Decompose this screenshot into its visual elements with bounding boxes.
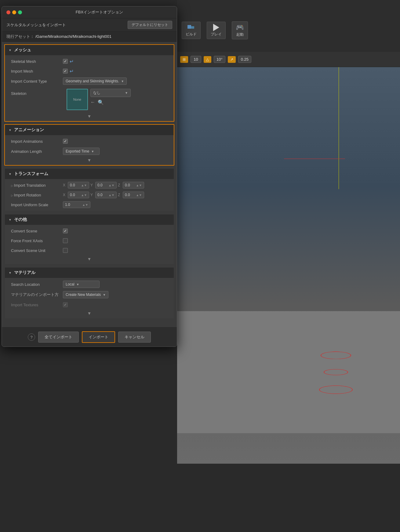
scale-icon-btn[interactable]: ↗ <box>228 56 236 63</box>
import-textures-checkbox[interactable] <box>63 302 68 307</box>
other-collapse-row[interactable]: ▼ <box>5 255 174 263</box>
material-import-label: マテリアルのインポート方 <box>11 292 63 297</box>
import-mesh-checkbox[interactable] <box>63 69 68 74</box>
start-button[interactable]: 🎮 起動 <box>232 21 248 39</box>
viewport-line-vertical <box>339 67 339 189</box>
mesh-section-title: メッシュ <box>14 47 31 53</box>
minimize-button[interactable] <box>12 10 16 14</box>
import-mesh-value: ↵ <box>63 68 170 74</box>
material-section-body: Search Location Local ▼ マテリアルのインポート方 Cre… <box>5 278 174 318</box>
other-arrow-icon: ▼ <box>9 218 12 221</box>
translation-y-input[interactable]: 0.0 ▲▼ <box>95 182 117 189</box>
force-front-xaxis-checkbox[interactable] <box>63 238 68 243</box>
reset-button[interactable]: デフォルトにリセット <box>128 21 172 29</box>
mesh-collapse-arrow: ▼ <box>87 114 92 119</box>
animation-section-body: Import Animations Animation Length Expor… <box>5 135 174 165</box>
skeletal-mesh-checkbox[interactable] <box>63 59 68 64</box>
import-button[interactable]: インポート <box>82 331 115 343</box>
skeleton-dropdown[interactable]: なし ▼ <box>90 89 131 97</box>
import-rotation-row: Import Rotation X 0.0 ▲▼ Y 0.0 ▲▼ <box>5 190 174 200</box>
transform-section: ▼ トランスフォーム Import Translation X 0.0 ▲▼ <box>4 168 174 211</box>
import-textures-label: Import Textures <box>11 303 63 307</box>
other-collapse-arrow: ▼ <box>87 257 92 261</box>
force-front-xaxis-label: Force Front XAxis <box>11 239 63 243</box>
other-section-body: Convert Scene Force Front XAxis Convert … <box>5 225 174 264</box>
grid-icon-btn[interactable]: ⊞ <box>180 56 188 63</box>
dialog-content[interactable]: ▼ メッシュ Skeletal Mesh ↵ Import Mesh <box>2 42 177 327</box>
convert-scene-unit-value <box>63 248 170 253</box>
translation-x-input[interactable]: 0.0 ▲▼ <box>68 182 89 189</box>
translation-xyz: X 0.0 ▲▼ Y 0.0 ▲▼ Z <box>63 182 144 189</box>
animation-length-dropdown[interactable]: Exported Time ▼ <box>63 148 100 155</box>
skeleton-thumbnail: None <box>67 89 88 110</box>
force-front-xaxis-value <box>63 238 170 243</box>
rotation-y-input[interactable]: 0.0 ▲▼ <box>95 192 117 198</box>
mesh-section-header[interactable]: ▼ メッシュ <box>5 45 174 55</box>
import-textures-row: Import Textures <box>5 300 174 310</box>
import-all-button[interactable]: 全てインポート <box>38 332 79 343</box>
skeleton-label: Skeleton <box>11 89 63 96</box>
scale-value[interactable]: 0.25 <box>238 56 251 63</box>
help-button[interactable]: ? <box>28 333 35 341</box>
skeletal-mesh-label: Skeletal Mesh <box>11 59 63 64</box>
svg-rect-1 <box>191 26 194 29</box>
search-location-dropdown[interactable]: Local ▼ <box>63 281 100 288</box>
import-translation-row: Import Translation X 0.0 ▲▼ Y 0.0 ▲▼ <box>5 180 174 190</box>
convert-scene-unit-row: Convert Scene Unit <box>5 246 174 255</box>
maximize-button[interactable] <box>18 10 22 14</box>
char-ellipse-mid <box>324 369 348 375</box>
subtitle-label: スケルタルメッシュをインポート <box>6 22 66 28</box>
search-location-row: Search Location Local ▼ <box>5 279 174 289</box>
import-content-type-dropdown[interactable]: Geometry and Skinning Weights. ▼ <box>63 77 127 85</box>
start-group: 🎮 起動 <box>232 21 248 39</box>
close-button[interactable] <box>6 10 10 14</box>
grid-value[interactable]: 10 <box>191 56 201 63</box>
translation-z-input[interactable]: 0.0 ▲▼ <box>123 182 144 189</box>
skeleton-row: Skeleton None なし ▼ ← 🔍 <box>5 86 174 113</box>
convert-scene-unit-checkbox[interactable] <box>63 248 68 253</box>
mesh-collapse-row[interactable]: ▼ <box>5 113 174 120</box>
import-textures-value <box>63 302 170 307</box>
animation-collapse-row[interactable]: ▼ <box>5 156 174 164</box>
import-content-type-label: Import Content Type <box>11 79 63 84</box>
angle-value[interactable]: 10° <box>214 56 225 63</box>
translation-z-label: Z <box>118 183 122 187</box>
import-content-type-value: Geometry and Skinning Weights. ▼ <box>63 77 170 85</box>
other-section: ▼ その他 Convert Scene Force Front XAxis <box>4 214 174 264</box>
skeleton-search-icon[interactable]: 🔍 <box>98 99 104 105</box>
rotation-x-input[interactable]: 0.0 ▲▼ <box>68 192 89 198</box>
skeleton-back-icon[interactable]: ← <box>90 99 95 105</box>
material-import-dropdown[interactable]: Create New Materials ▼ <box>63 291 108 298</box>
angle-icon-btn[interactable]: △ <box>204 56 211 63</box>
skeletal-mesh-reset-icon[interactable]: ↵ <box>70 59 74 64</box>
import-animations-checkbox[interactable] <box>63 139 68 144</box>
dialog-footer: ? 全てインポート インポート キャンセル <box>2 327 177 347</box>
transform-arrow-icon: ▼ <box>9 172 12 176</box>
material-collapse-row[interactable]: ▼ <box>5 310 174 317</box>
convert-scene-checkbox[interactable] <box>63 228 68 233</box>
uniform-scale-input[interactable]: 1.0 ▲▼ <box>63 201 90 208</box>
play-group: プレイ <box>207 22 226 39</box>
transform-section-header[interactable]: ▼ トランスフォーム <box>5 169 174 179</box>
import-animations-checkbox-container <box>63 139 68 144</box>
3d-viewport <box>177 67 400 464</box>
search-location-label: Search Location <box>11 282 63 287</box>
rotation-xyz: X 0.0 ▲▼ Y 0.0 ▲▼ Z <box>63 192 144 198</box>
other-section-header[interactable]: ▼ その他 <box>5 214 174 225</box>
cancel-button[interactable]: キャンセル <box>118 332 151 343</box>
rotation-y-spinner: ▲▼ <box>108 193 115 197</box>
material-section-header[interactable]: ▼ マテリアル <box>5 268 174 278</box>
rotation-z-input[interactable]: 0.0 ▲▼ <box>123 192 144 198</box>
build-button[interactable]: ビルド <box>182 22 201 39</box>
material-import-value: Create New Materials ▼ <box>63 291 170 298</box>
title-bar: FBXインポートオプション <box>2 6 177 18</box>
animation-section-title: アニメーション <box>14 127 44 133</box>
play-button[interactable]: プレイ <box>207 22 226 39</box>
search-location-dropdown-arrow: ▼ <box>76 283 79 286</box>
animation-section-header[interactable]: ▼ アニメーション <box>5 125 174 135</box>
rotation-x-spinner: ▲▼ <box>81 193 87 197</box>
import-mesh-checkbox-container: ↵ <box>63 68 74 74</box>
rotation-x-label: X <box>63 193 67 197</box>
char-ellipse-bot <box>319 386 353 394</box>
import-mesh-reset-icon[interactable]: ↵ <box>70 68 74 74</box>
